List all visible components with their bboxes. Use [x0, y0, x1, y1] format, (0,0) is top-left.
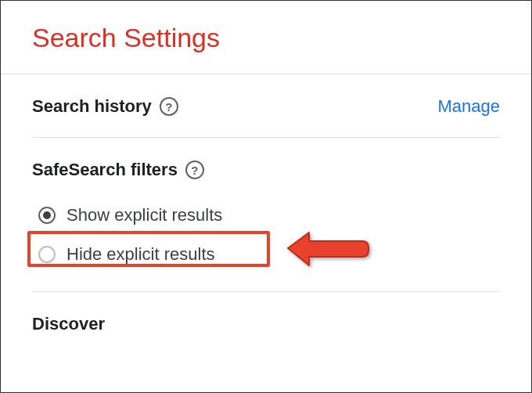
safesearch-section: SafeSearch filters ? Show explicit resul… [32, 138, 500, 292]
discover-title: Discover [32, 314, 105, 334]
page-title: Search Settings [32, 23, 500, 53]
radio-show-explicit[interactable]: Show explicit results [32, 199, 500, 232]
radio-label-show: Show explicit results [66, 205, 222, 225]
search-history-title: Search history [32, 96, 152, 117]
radio-button-icon [38, 207, 56, 224]
help-icon[interactable]: ? [160, 97, 178, 116]
help-icon[interactable]: ? [185, 160, 204, 179]
settings-section: Search history ? Manage SafeSearch filte… [1, 74, 531, 356]
manage-link[interactable]: Manage [437, 96, 500, 117]
safesearch-title: SafeSearch filters [32, 160, 178, 180]
radio-selected-icon [43, 211, 51, 219]
radio-label-hide: Hide explicit results [66, 244, 215, 265]
discover-section: Discover [32, 292, 500, 356]
search-history-row: Search history ? Manage [32, 74, 500, 138]
header: Search Settings [1, 1, 531, 74]
radio-hide-explicit[interactable]: Hide explicit results [32, 238, 500, 271]
radio-button-icon [38, 246, 56, 263]
radio-options: Show explicit results Hide explicit resu… [32, 199, 500, 271]
search-history-header: Search history ? [32, 96, 178, 117]
safesearch-header: SafeSearch filters ? [32, 160, 500, 180]
